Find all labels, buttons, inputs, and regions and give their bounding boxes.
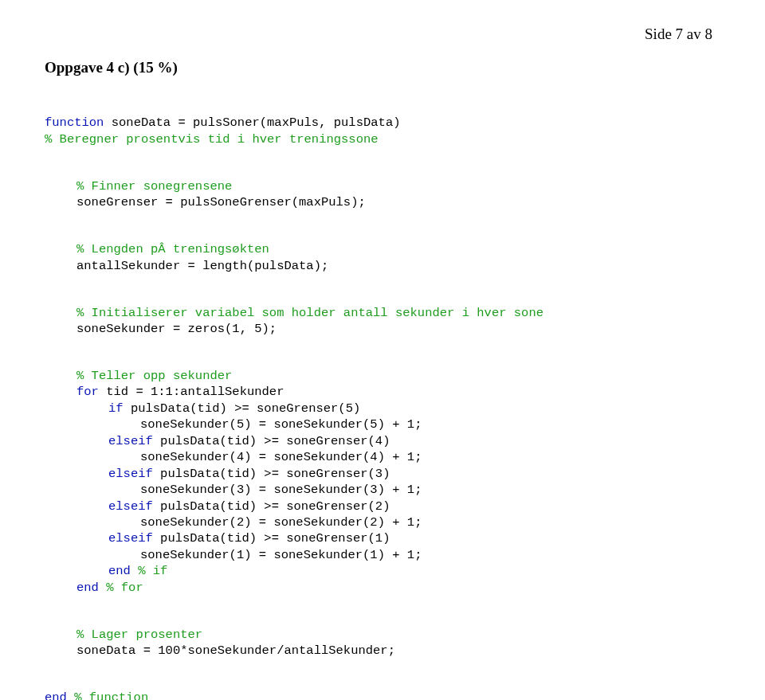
cond-4: pulsData(tid) >= soneGrenser(4): [153, 434, 390, 448]
kw-elseif-1: elseif: [108, 531, 153, 546]
function-signature: soneData = pulsSoner(maxPuls, pulsData): [104, 115, 400, 130]
for-head: tid = 1:1:antallSekunder: [99, 385, 284, 399]
page-number: Side 7 av 8: [45, 25, 720, 43]
code-line-zeros: soneSekunder = zeros(1, 5);: [76, 322, 277, 336]
comment-init: % Initialiserer variabel som holder anta…: [76, 306, 543, 320]
kw-if: if: [108, 401, 124, 416]
code-line-antall: antallSekunder = length(pulsData);: [76, 259, 328, 273]
comment-end-function: % function: [67, 690, 148, 700]
comment-lengde: % Lengden pÂ treningsøkten: [76, 242, 269, 256]
body-2: soneSekunder(2) = soneSekunder(2) + 1;: [140, 515, 422, 530]
kw-end-for: end: [76, 581, 99, 595]
cond-3: pulsData(tid) >= soneGrenser(3): [153, 467, 390, 481]
comment-teller: % Teller opp sekunder: [76, 369, 232, 383]
kw-elseif-2: elseif: [108, 499, 153, 514]
kw-end-if: end: [108, 564, 131, 578]
comment-end-for: % for: [99, 581, 143, 595]
kw-for: for: [76, 385, 99, 399]
code-block: function soneData = pulsSoner(maxPuls, p…: [45, 99, 720, 700]
code-line-result: soneData = 100*soneSekunder/antallSekund…: [76, 643, 395, 658]
comment-prosenter: % Lager prosenter: [76, 628, 202, 642]
kw-function: function: [45, 115, 104, 130]
page-content: Side 7 av 8 Oppgave 4 c) (15 %) function…: [0, 0, 765, 700]
comment-description: % Beregner prosentvis tid i hver trening…: [45, 132, 379, 147]
comment-grenser: % Finner sonegrensene: [76, 179, 232, 194]
code-line-grenser: soneGrenser = pulsSoneGrenser(maxPuls);: [76, 195, 366, 209]
body-5: soneSekunder(5) = soneSekunder(5) + 1;: [140, 417, 422, 432]
comment-end-if: % if: [131, 564, 168, 578]
cond-1: pulsData(tid) >= soneGrenser(1): [153, 531, 390, 546]
body-4: soneSekunder(4) = soneSekunder(4) + 1;: [140, 450, 422, 464]
if-cond-5: pulsData(tid) >= soneGrenser(5): [124, 401, 361, 416]
cond-2: pulsData(tid) >= soneGrenser(2): [153, 499, 390, 514]
body-1: soneSekunder(1) = soneSekunder(1) + 1;: [140, 548, 422, 562]
kw-end-function: end: [45, 690, 67, 700]
kw-elseif-3: elseif: [108, 467, 153, 481]
kw-elseif-4: elseif: [108, 434, 153, 448]
body-3: soneSekunder(3) = soneSekunder(3) + 1;: [140, 483, 422, 497]
section-heading: Oppgave 4 c) (15 %): [45, 59, 720, 76]
